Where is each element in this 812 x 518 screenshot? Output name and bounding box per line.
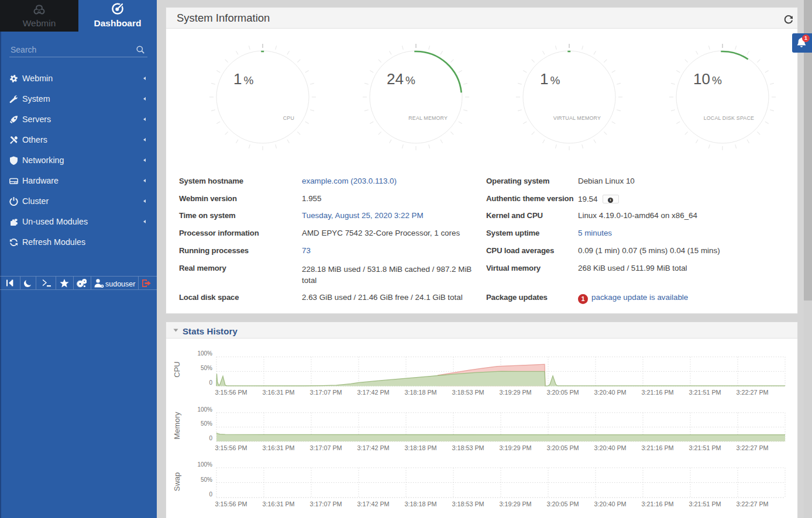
svg-text:3:15:56 PM: 3:15:56 PM [215,389,247,396]
svg-text:3:17:07 PM: 3:17:07 PM [309,389,342,396]
svg-text:3:18:18 PM: 3:18:18 PM [404,500,436,507]
svg-text:3:21:16 PM: 3:21:16 PM [641,389,673,396]
svg-text:3:17:07 PM: 3:17:07 PM [309,500,342,507]
svg-text:0: 0 [209,435,212,441]
svg-text:50%: 50% [201,365,212,371]
svg-text:100%: 100% [197,350,212,357]
svg-text:3:20:40 PM: 3:20:40 PM [594,444,626,451]
svg-text:3:19:29 PM: 3:19:29 PM [499,444,531,451]
svg-text:3:20:40 PM: 3:20:40 PM [594,500,626,507]
svg-text:3:18:53 PM: 3:18:53 PM [452,444,484,451]
svg-text:24%: 24% [387,70,415,88]
svg-text:50%: 50% [201,420,212,427]
svg-text:0: 0 [209,491,212,498]
svg-text:3:20:05 PM: 3:20:05 PM [546,444,579,451]
svg-text:3:22:27 PM: 3:22:27 PM [736,500,768,507]
svg-text:3:19:29 PM: 3:19:29 PM [499,389,531,396]
svg-text:3:16:31 PM: 3:16:31 PM [262,444,294,451]
svg-text:3:16:31 PM: 3:16:31 PM [262,389,294,396]
svg-text:3:21:16 PM: 3:21:16 PM [641,444,673,451]
svg-text:100%: 100% [197,461,212,468]
svg-text:0: 0 [209,379,212,386]
svg-text:3:21:16 PM: 3:21:16 PM [641,500,673,507]
svg-text:3:18:53 PM: 3:18:53 PM [452,500,484,507]
svg-text:3:16:31 PM: 3:16:31 PM [262,500,294,507]
svg-text:3:17:42 PM: 3:17:42 PM [357,389,389,396]
svg-text:50%: 50% [201,476,212,483]
svg-text:3:19:29 PM: 3:19:29 PM [499,500,531,507]
svg-text:3:17:42 PM: 3:17:42 PM [357,444,389,451]
svg-text:REAL MEMORY: REAL MEMORY [408,115,448,121]
svg-text:3:21:51 PM: 3:21:51 PM [689,389,721,396]
svg-text:3:20:40 PM: 3:20:40 PM [594,389,626,396]
svg-text:VIRTUAL MEMORY: VIRTUAL MEMORY [553,115,601,121]
svg-text:3:20:05 PM: 3:20:05 PM [546,500,579,507]
svg-text:LOCAL DISK SPACE: LOCAL DISK SPACE [704,115,754,121]
svg-text:1%: 1% [540,70,560,88]
svg-text:3:18:18 PM: 3:18:18 PM [404,444,436,451]
svg-text:CPU: CPU [173,361,181,377]
svg-text:3:20:05 PM: 3:20:05 PM [546,389,579,396]
svg-text:3:15:56 PM: 3:15:56 PM [215,500,247,507]
svg-text:100%: 100% [197,406,212,413]
svg-text:3:18:53 PM: 3:18:53 PM [452,389,484,396]
svg-text:Swap: Swap [173,472,181,492]
svg-text:3:17:07 PM: 3:17:07 PM [309,444,342,451]
svg-text:3:15:56 PM: 3:15:56 PM [215,444,247,451]
svg-text:3:21:51 PM: 3:21:51 PM [689,500,721,507]
svg-text:Memory: Memory [173,412,181,439]
svg-text:10%: 10% [693,70,722,88]
svg-text:3:17:42 PM: 3:17:42 PM [357,500,389,507]
svg-text:3:22:27 PM: 3:22:27 PM [736,444,768,451]
svg-text:3:18:18 PM: 3:18:18 PM [404,389,436,396]
svg-text:1%: 1% [233,70,253,88]
svg-text:CPU: CPU [283,115,294,121]
svg-text:3:22:27 PM: 3:22:27 PM [736,389,768,396]
svg-text:3:21:51 PM: 3:21:51 PM [689,444,721,451]
